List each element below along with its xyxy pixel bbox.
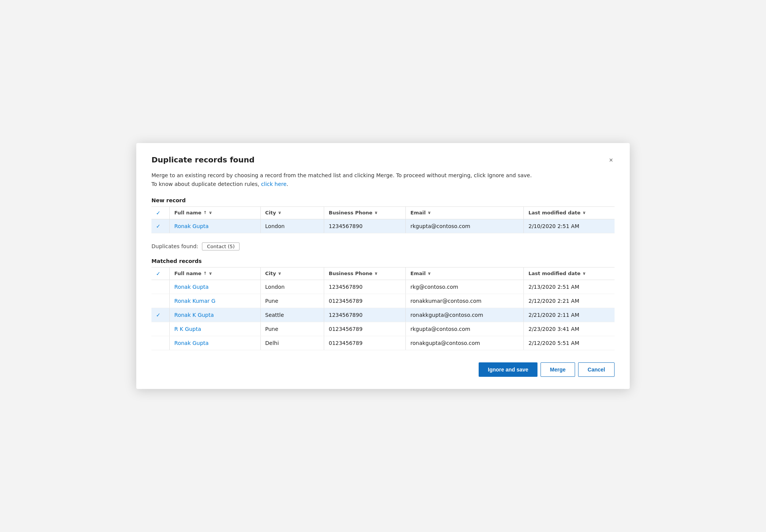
matched-row-phone-2: 1234567890 — [324, 308, 405, 322]
new-record-table: ✓ Full name ↑ ∨ City ∨ — [151, 206, 615, 233]
matched-row-check-1 — [151, 294, 170, 308]
footer-buttons: Ignore and save Merge Cancel — [151, 362, 615, 377]
check-header-icon: ✓ — [156, 210, 161, 216]
matched-records-table: ✓ Full name ↑ ∨ City ∨ — [151, 267, 615, 350]
new-record-row[interactable]: ✓ Ronak Gupta London 1234567890 rkgupta@… — [151, 219, 615, 233]
new-fullname-col-header[interactable]: Full name ↑ ∨ — [170, 206, 260, 219]
matched-city-sort[interactable]: ∨ — [278, 271, 281, 276]
matched-city-col-header[interactable]: City ∨ — [260, 267, 324, 280]
matched-row-name-1[interactable]: Ronak Kumar G — [170, 294, 260, 308]
matched-record-row[interactable]: ✓ Ronak K Gupta Seattle 1234567890 ronak… — [151, 308, 615, 322]
close-button[interactable]: × — [607, 155, 615, 165]
matched-email-sort[interactable]: ∨ — [427, 271, 431, 276]
click-here-link[interactable]: click here — [261, 181, 287, 187]
matched-selected-icon: ✓ — [156, 312, 161, 318]
new-row-check: ✓ — [151, 219, 170, 233]
matched-row-city-4: Delhi — [260, 336, 324, 350]
matched-row-email-0: rkg@contoso.com — [406, 280, 524, 294]
new-record-title: New record — [151, 197, 615, 203]
new-phone-col-header[interactable]: Business Phone ∨ — [324, 206, 405, 219]
matched-row-date-2: 2/21/2020 2:11 AM — [524, 308, 615, 322]
matched-row-check-3 — [151, 322, 170, 336]
matched-record-row[interactable]: Ronak Gupta London 1234567890 rkg@contos… — [151, 280, 615, 294]
fullname-sort-asc[interactable]: ↑ — [203, 210, 207, 215]
contact-badge[interactable]: Contact (5) — [202, 242, 240, 250]
matched-row-name-3[interactable]: R K Gupta — [170, 322, 260, 336]
dialog-header: Duplicate records found × — [151, 155, 615, 165]
dialog-description: Merge to an existing record by choosing … — [151, 171, 615, 188]
new-date-col-header[interactable]: Last modified date ∨ — [524, 206, 615, 219]
matched-phone-sort[interactable]: ∨ — [374, 271, 378, 276]
new-row-fullname[interactable]: Ronak Gupta — [170, 219, 260, 233]
matched-fullname-sort-desc[interactable]: ∨ — [209, 271, 212, 276]
new-record-header-row: ✓ Full name ↑ ∨ City ∨ — [151, 206, 615, 219]
selected-check-icon: ✓ — [156, 223, 161, 229]
matched-row-phone-0: 1234567890 — [324, 280, 405, 294]
merge-button[interactable]: Merge — [541, 362, 575, 377]
matched-row-date-1: 2/12/2020 2:21 AM — [524, 294, 615, 308]
phone-sort[interactable]: ∨ — [374, 210, 378, 215]
matched-row-date-4: 2/12/2020 5:51 AM — [524, 336, 615, 350]
new-record-section: New record ✓ Full name ↑ ∨ — [151, 197, 615, 233]
matched-row-check-0 — [151, 280, 170, 294]
matched-row-city-3: Pune — [260, 322, 324, 336]
matched-row-phone-3: 0123456789 — [324, 322, 405, 336]
matched-row-name-4[interactable]: Ronak Gupta — [170, 336, 260, 350]
matched-fullname-col-header[interactable]: Full name ↑ ∨ — [170, 267, 260, 280]
matched-date-col-header[interactable]: Last modified date ∨ — [524, 267, 615, 280]
matched-date-sort[interactable]: ∨ — [582, 271, 586, 276]
new-row-phone: 1234567890 — [324, 219, 405, 233]
new-row-date: 2/10/2020 2:51 AM — [524, 219, 615, 233]
matched-row-city-2: Seattle — [260, 308, 324, 322]
email-sort[interactable]: ∨ — [427, 210, 431, 215]
matched-row-city-1: Pune — [260, 294, 324, 308]
matched-check-header-icon: ✓ — [156, 271, 161, 277]
matched-fullname-sort-asc[interactable]: ↑ — [203, 271, 207, 276]
fullname-sort-desc[interactable]: ∨ — [209, 210, 212, 215]
matched-row-date-3: 2/23/2020 3:41 AM — [524, 322, 615, 336]
matched-row-email-1: ronakkumar@contoso.com — [406, 294, 524, 308]
description-text: Merge to an existing record by choosing … — [151, 172, 532, 178]
new-check-col-header: ✓ — [151, 206, 170, 219]
matched-check-col-header: ✓ — [151, 267, 170, 280]
matched-records-section: Matched records ✓ Full name ↑ ∨ — [151, 258, 615, 350]
matched-row-name-0[interactable]: Ronak Gupta — [170, 280, 260, 294]
new-city-col-header[interactable]: City ∨ — [260, 206, 324, 219]
duplicates-bar: Duplicates found: Contact (5) — [151, 242, 615, 250]
matched-record-row[interactable]: R K Gupta Pune 0123456789 rkgupta@contos… — [151, 322, 615, 336]
new-email-col-header[interactable]: Email ∨ — [406, 206, 524, 219]
duplicates-label: Duplicates found: — [151, 243, 198, 249]
duplicate-records-dialog: Duplicate records found × Merge to an ex… — [136, 143, 630, 389]
cancel-button[interactable]: Cancel — [578, 362, 615, 377]
matched-row-phone-4: 0123456789 — [324, 336, 405, 350]
dialog-title: Duplicate records found — [151, 155, 255, 164]
matched-row-phone-1: 0123456789 — [324, 294, 405, 308]
matched-row-check-2: ✓ — [151, 308, 170, 322]
matched-record-row[interactable]: Ronak Gupta Delhi 0123456789 ronakgupta@… — [151, 336, 615, 350]
matched-row-date-0: 2/13/2020 2:51 AM — [524, 280, 615, 294]
matched-row-name-2[interactable]: Ronak K Gupta — [170, 308, 260, 322]
matched-row-city-0: London — [260, 280, 324, 294]
new-row-city: London — [260, 219, 324, 233]
matched-email-col-header[interactable]: Email ∨ — [406, 267, 524, 280]
matched-record-row[interactable]: Ronak Kumar G Pune 0123456789 ronakkumar… — [151, 294, 615, 308]
matched-header-row: ✓ Full name ↑ ∨ City ∨ — [151, 267, 615, 280]
matched-phone-col-header[interactable]: Business Phone ∨ — [324, 267, 405, 280]
city-sort[interactable]: ∨ — [278, 210, 281, 215]
description-line2: To know about duplicate detection rules, — [151, 181, 261, 187]
ignore-save-button[interactable]: Ignore and save — [479, 362, 537, 377]
matched-row-email-4: ronakgupta@contoso.com — [406, 336, 524, 350]
matched-records-title: Matched records — [151, 258, 615, 264]
matched-row-email-3: rkgupta@contoso.com — [406, 322, 524, 336]
new-row-email: rkgupta@contoso.com — [406, 219, 524, 233]
matched-row-email-2: ronakkgupta@contoso.com — [406, 308, 524, 322]
date-sort[interactable]: ∨ — [582, 210, 586, 215]
matched-row-check-4 — [151, 336, 170, 350]
